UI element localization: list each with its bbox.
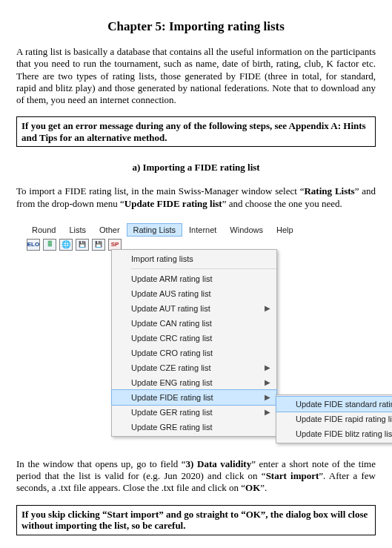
menu-other[interactable]: Other (93, 223, 127, 237)
rating-lists-dropdown: Import rating lists Update ARM rating li… (111, 249, 277, 437)
dropdown-item[interactable]: Update AUT rating list▶ (112, 301, 276, 316)
text: In the window that opens up, go to field… (16, 458, 186, 469)
dropdown-item[interactable]: Update GRE rating list (112, 420, 276, 435)
dropdown-item[interactable]: Update ENG rating list▶ (112, 375, 276, 390)
submenu-item-label: Update FIDE standard rating list (296, 400, 392, 409)
submenu-item[interactable]: Update FIDE blitz rating list (276, 426, 392, 441)
bold-data-validity: 3) Data validity (186, 458, 252, 469)
chevron-right-icon: ▶ (265, 408, 270, 416)
submenu-item-label: Update FIDE blitz rating list (296, 429, 392, 438)
text: To import a FIDE rating list, in the mai… (16, 185, 304, 197)
screenshot-figure: RoundListsOtherRating ListsInternetWindo… (25, 223, 376, 442)
dropdown-item[interactable]: Update CZE rating list▶ (112, 360, 276, 375)
menu-round[interactable]: Round (25, 223, 62, 237)
submenu-item[interactable]: Update FIDE standard rating list (276, 397, 392, 412)
bold-update-fide: Update FIDE rating list (124, 198, 222, 209)
dropdown-item-label: Update CRC rating list (131, 334, 270, 343)
callout-skip-warning: If you skip clicking “Start import” and … (16, 505, 376, 535)
chevron-right-icon: ▶ (265, 393, 270, 401)
dropdown-item-label: Update ENG rating list (131, 378, 265, 387)
chapter-title: Chapter 5: Importing rating lists (16, 19, 376, 34)
intro-paragraph: A rating list is basically a database th… (16, 46, 376, 106)
dropdown-item[interactable]: Update FIDE rating list▶ (112, 390, 276, 405)
dropdown-item-label: Update ARM rating list (131, 274, 270, 283)
dropdown-item[interactable]: Update CRO rating list (112, 346, 276, 360)
menu-help[interactable]: Help (270, 223, 300, 237)
chevron-right-icon: ▶ (265, 378, 270, 386)
dropdown-item-label: Update FIDE rating list (131, 393, 265, 402)
bold-rating-lists: Rating Lists (304, 185, 354, 197)
dropdown-item[interactable]: Update CRC rating list (112, 331, 276, 346)
menu-lists[interactable]: Lists (62, 223, 93, 237)
text: ”. (260, 482, 267, 493)
dropdown-item-label: Update CRO rating list (131, 349, 270, 357)
menu-rating-lists[interactable]: Rating Lists (127, 223, 182, 237)
dropdown-item-label: Update CAN rating list (131, 319, 270, 328)
dropdown-item-label: Import rating lists (131, 254, 270, 263)
menu-internet[interactable]: Internet (182, 223, 223, 237)
menu-windows[interactable]: Windows (223, 223, 270, 237)
chevron-right-icon: ▶ (265, 304, 270, 312)
section-a-heading: a) Importing a FIDE rating list (16, 162, 376, 174)
dropdown-item[interactable]: Update CAN rating list (112, 316, 276, 331)
bold-start-import: Start import (266, 470, 319, 481)
dropdown-item-label: Update GRE rating list (131, 423, 270, 432)
section-a-intro: To import a FIDE rating list, in the mai… (16, 185, 376, 210)
dropdown-item-label: Update AUS rating list (131, 289, 270, 298)
dropdown-item[interactable]: Update AUS rating list (112, 286, 276, 301)
dropdown-item[interactable]: Update ARM rating list (112, 271, 276, 286)
submenu-item[interactable]: Update FIDE rapid rating list (276, 412, 392, 426)
chevron-right-icon: ▶ (265, 363, 270, 372)
dropdown-item-label: Update GER rating list (131, 408, 265, 417)
callout-error: If you get an error message during any o… (16, 116, 376, 147)
dropdown-item[interactable]: Update GER rating list▶ (112, 405, 276, 420)
text: ” and choose the one you need. (222, 198, 342, 209)
dropdown-item-label: Update AUT rating list (131, 304, 265, 313)
bold-ok: OK (245, 482, 260, 493)
dropdown-item-import[interactable]: Import rating lists (112, 251, 276, 266)
dropdown-separator (131, 268, 276, 269)
fide-submenu: Update FIDE standard rating listUpdate F… (276, 395, 392, 443)
dropdown-area: Import rating lists Update ARM rating li… (25, 249, 376, 442)
menu-bar: RoundListsOtherRating ListsInternetWindo… (25, 223, 376, 237)
section-a-followup: In the window that opens up, go to field… (16, 458, 376, 495)
dropdown-item-label: Update CZE rating list (131, 363, 265, 372)
submenu-item-label: Update FIDE rapid rating list (296, 415, 392, 423)
